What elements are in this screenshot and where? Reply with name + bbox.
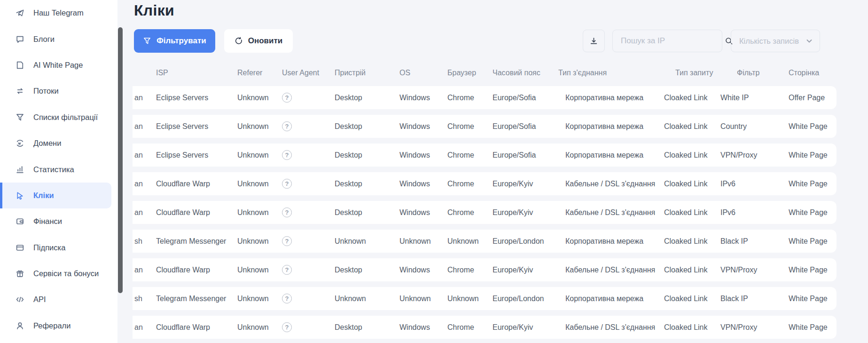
vertical-scrollbar-thumb[interactable] xyxy=(118,27,123,293)
cell-connection: Корпоративна мережа xyxy=(565,122,664,131)
question-circle-icon[interactable]: ? xyxy=(282,150,292,160)
cell-os: Windows xyxy=(399,208,447,217)
cell-timezone: Europe/Kyiv xyxy=(493,266,565,274)
cell-isp: Eclipse Servers xyxy=(156,122,237,131)
cell-connection: Корпоративна мережа xyxy=(565,151,664,160)
cell-isp: Cloudflare Warp xyxy=(156,208,237,217)
sidebar-item-subscription[interactable]: Підписка xyxy=(0,235,117,261)
table-row: anCloudflare WarpUnknown?DesktopWindowsC… xyxy=(133,258,837,281)
cell-request_type: Cloaked Link xyxy=(664,295,720,303)
question-circle-icon[interactable]: ? xyxy=(282,121,292,131)
sidebar-item-statistics[interactable]: Статистика xyxy=(0,156,117,182)
cell-timezone: Europe/London xyxy=(493,237,565,246)
sidebar-item-label: Наш Telegram xyxy=(33,8,84,17)
cell-isp: Cloudflare Warp xyxy=(156,323,237,332)
chat-icon xyxy=(16,35,24,44)
table-body: anEclipse ServersUnknown?DesktopWindowsC… xyxy=(133,86,837,339)
cell-isp: Telegram Messenger xyxy=(156,237,237,246)
sidebar-item-label: Фінанси xyxy=(33,217,62,226)
table-row: anEclipse ServersUnknown?DesktopWindowsC… xyxy=(133,115,837,138)
sidebar-item-label: Кліки xyxy=(33,191,54,200)
sidebar-item-label: Сервіси та бонуси xyxy=(33,269,99,278)
funnel-icon xyxy=(16,113,24,122)
cell-filter: VPN/Proxy xyxy=(720,323,789,332)
column-header: Часовий пояс xyxy=(493,69,565,77)
cell-timezone: Europe/London xyxy=(493,295,565,303)
sidebar-item-finances[interactable]: Фінанси xyxy=(0,208,117,234)
cell-page: White Page xyxy=(789,180,837,188)
sidebar-item-api[interactable]: API xyxy=(0,287,117,312)
column-header: Тип з'єднання xyxy=(558,69,657,77)
sidebar-item-filter-lists[interactable]: Списки фільтрації xyxy=(0,104,117,130)
cell-os: Unknown xyxy=(399,295,447,303)
sidebar-item-flows[interactable]: Потоки xyxy=(0,78,117,104)
cell-user_agent: ? xyxy=(282,179,335,189)
sidebar: Наш Telegram Блоги AI White Page Потоки … xyxy=(0,0,117,343)
wallet-icon xyxy=(16,217,24,226)
column-header: Браузер xyxy=(447,69,493,77)
sidebar-item-label: Потоки xyxy=(33,87,59,96)
question-circle-icon[interactable]: ? xyxy=(282,322,292,332)
cell-device: Unknown xyxy=(335,237,399,246)
cell-referer: Unknown xyxy=(237,151,282,160)
sidebar-item-label: Підписка xyxy=(33,243,65,252)
cell-device: Desktop xyxy=(335,323,399,332)
column-header: Пристрій xyxy=(335,69,399,77)
cell-user_agent: ? xyxy=(282,207,335,217)
cell-os: Unknown xyxy=(399,237,447,246)
cell-filter: Black IP xyxy=(720,295,789,303)
cell-request_type: Cloaked Link xyxy=(664,208,720,217)
sidebar-item-blogs[interactable]: Блоги xyxy=(0,26,117,52)
column-header: Referer xyxy=(237,69,282,77)
sidebar-item-services-bonuses[interactable]: Сервіси та бонуси xyxy=(0,261,117,287)
cell-timezone: Europe/Sofia xyxy=(493,122,565,131)
question-circle-icon[interactable]: ? xyxy=(282,265,292,275)
cell-page: Offer Page xyxy=(789,94,837,102)
sidebar-item-domains[interactable]: Домени xyxy=(0,130,117,156)
cell-request_type: Cloaked Link xyxy=(664,266,720,274)
cell-clipped: an xyxy=(133,266,156,274)
telegram-icon xyxy=(16,8,24,17)
cell-filter: Black IP xyxy=(720,237,789,246)
sidebar-item-telegram[interactable]: Наш Telegram xyxy=(0,0,117,26)
records-count-select[interactable]: Кількість записів xyxy=(731,30,820,52)
cell-request_type: Cloaked Link xyxy=(664,151,720,160)
download-button[interactable] xyxy=(583,30,605,52)
cell-clipped: an xyxy=(133,323,156,332)
question-circle-icon[interactable]: ? xyxy=(282,179,292,189)
question-circle-icon[interactable]: ? xyxy=(282,93,292,103)
cell-clipped: an xyxy=(133,94,156,102)
search-input[interactable] xyxy=(613,36,725,46)
cell-browser: Unknown xyxy=(447,237,493,246)
cell-connection: Корпоративна мережа xyxy=(565,94,664,102)
cell-connection: Кабельне / DSL з'єднання xyxy=(565,323,664,332)
sidebar-item-label: Домени xyxy=(33,139,61,148)
question-circle-icon[interactable]: ? xyxy=(282,207,292,217)
cell-os: Windows xyxy=(399,94,447,102)
sidebar-item-label: Статистика xyxy=(33,165,74,174)
question-circle-icon[interactable]: ? xyxy=(282,236,292,246)
cell-os: Windows xyxy=(399,323,447,332)
cell-filter: IPv6 xyxy=(720,208,789,217)
sidebar-item-label: Реферали xyxy=(33,321,70,330)
cell-filter: VPN/Proxy xyxy=(720,151,789,160)
cell-page: White Page xyxy=(789,266,837,274)
sidebar-item-ai-white-page[interactable]: AI White Page xyxy=(0,52,117,78)
cell-browser: Unknown xyxy=(447,295,493,303)
cell-user_agent: ? xyxy=(282,294,335,303)
cell-clipped: an xyxy=(133,208,156,217)
cell-device: Desktop xyxy=(335,94,399,102)
question-circle-icon[interactable]: ? xyxy=(282,294,292,303)
cell-page: White Page xyxy=(789,122,837,131)
flows-icon xyxy=(16,87,24,96)
cell-browser: Chrome xyxy=(447,208,493,217)
sidebar-item-label: API xyxy=(33,295,46,304)
sidebar-item-referrals[interactable]: Реферали xyxy=(0,313,117,339)
page-icon xyxy=(16,61,24,70)
download-icon xyxy=(589,37,598,46)
sidebar-item-clicks[interactable]: Кліки xyxy=(0,183,111,208)
cell-referer: Unknown xyxy=(237,266,282,274)
cell-clipped: an xyxy=(133,151,156,160)
cell-browser: Chrome xyxy=(447,151,493,160)
cell-isp: Cloudflare Warp xyxy=(156,266,237,274)
